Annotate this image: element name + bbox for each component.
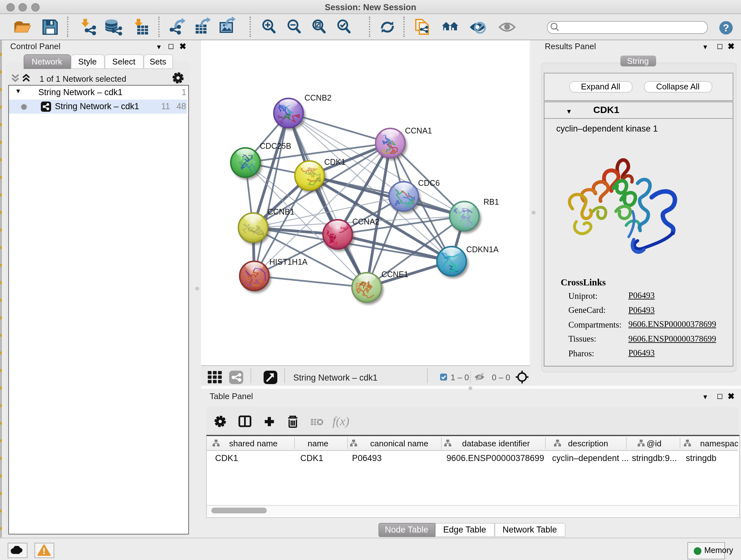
svg-text:0 – 0: 0 – 0	[492, 373, 510, 382]
svg-text:f(x): f(x)	[333, 414, 349, 428]
svg-text:CCNA1: CCNA1	[405, 126, 432, 135]
svg-text:RB1: RB1	[483, 197, 499, 206]
svg-text:String Network – cdk1: String Network – cdk1	[293, 373, 378, 382]
svg-text:CDC6: CDC6	[418, 178, 440, 187]
svg-text:CCNB2: CCNB2	[305, 93, 332, 102]
svg-text:CCNE1: CCNE1	[381, 269, 408, 278]
svg-text:1 – 0: 1 – 0	[451, 373, 469, 382]
svg-text:CDK1: CDK1	[324, 157, 346, 166]
svg-text:CDKN1A: CDKN1A	[466, 245, 499, 253]
svg-text:CCNB1: CCNB1	[267, 207, 294, 216]
svg-text:CDC25B: CDC25B	[260, 141, 291, 150]
svg-text:HIST1H1A: HIST1H1A	[269, 257, 308, 266]
svg-text:CCNA2: CCNA2	[352, 217, 380, 226]
